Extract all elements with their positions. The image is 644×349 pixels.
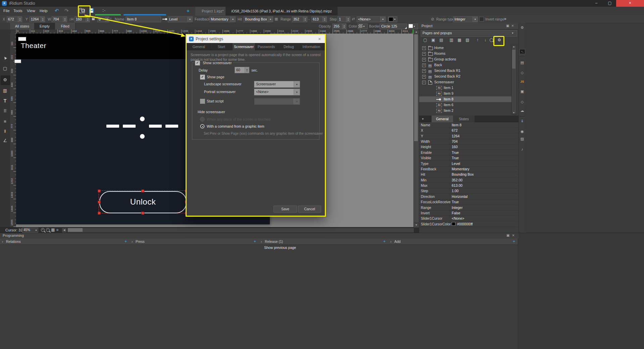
slider-combo[interactable]: <None>▼	[357, 16, 386, 22]
name-input[interactable]: Item 8	[126, 16, 161, 22]
property-row[interactable]: InvertFalse	[419, 210, 517, 216]
delay-input[interactable]: 60▲▼	[235, 67, 249, 73]
range-type-combo[interactable]: Integer▼	[453, 16, 478, 22]
property-row[interactable]: Slider1Cursor<None>	[419, 216, 517, 221]
dialog-close-icon[interactable]: ×	[318, 36, 321, 42]
chevron-right-icon[interactable]: ›	[2, 238, 3, 245]
store-icon[interactable]: ◇	[520, 100, 525, 104]
start-script-checkbox[interactable]	[200, 99, 205, 104]
add-popup-icon[interactable]: ▣	[430, 37, 436, 43]
tree-expander-icon[interactable]: +	[422, 63, 426, 67]
property-row[interactable]: X672	[419, 128, 517, 133]
menu-item-view[interactable]: View	[27, 9, 35, 13]
paste-icon[interactable]: ▦	[456, 37, 462, 43]
add-event-icon[interactable]: +	[254, 238, 256, 245]
dialog-tab-passwords[interactable]: Passwords	[255, 43, 278, 50]
opacity-input[interactable]: 255▲▼	[332, 24, 346, 29]
text-tool-icon[interactable]: T	[0, 98, 10, 103]
document-tab[interactable]: Project 1.irpz*	[195, 7, 230, 15]
feedback-combo[interactable]: Momentary▼	[209, 16, 236, 22]
screensaver-dash-item[interactable]	[123, 125, 136, 128]
grid-toggle-icon[interactable]: ▦	[51, 227, 55, 232]
state-tab-filled[interactable]: Filled	[55, 23, 76, 30]
tree-item-rooms[interactable]: +Rooms	[419, 51, 511, 56]
border-color-swatch[interactable]: ▼	[408, 24, 418, 29]
tree-scroll-down-icon[interactable]: ▼	[512, 112, 516, 114]
add-page-icon[interactable]: ▢	[422, 37, 428, 43]
zoom-level-combo[interactable]: 45%▼	[22, 228, 38, 233]
property-row[interactable]: Slider1CursorColor#000000ff	[419, 221, 517, 227]
show-screensaver-checkbox[interactable]: ✓	[195, 60, 200, 66]
maximize-button[interactable]: ▢	[603, 0, 616, 7]
menu-item-help[interactable]: Help	[40, 9, 48, 13]
move-down-icon[interactable]: ↓	[482, 37, 488, 43]
list-tool-icon[interactable]: ≡	[0, 119, 10, 124]
state-tab-empty[interactable]: Empty	[35, 23, 55, 30]
tree-item-back[interactable]: +▤Back	[419, 62, 511, 68]
tree-expander-icon[interactable]: +	[422, 52, 426, 56]
grid-tool-icon[interactable]: ⠿	[0, 108, 10, 114]
tree-expander-icon[interactable]: +	[422, 58, 426, 61]
add-event-icon[interactable]: +	[125, 238, 127, 245]
marquee-tool-icon[interactable]: ▢	[0, 66, 10, 71]
selection-handle[interactable]	[98, 212, 101, 215]
sound-icon[interactable]: ♪	[520, 147, 525, 151]
close-panel-icon[interactable]: ×	[512, 233, 514, 238]
screensaver-dash-item[interactable]	[165, 125, 178, 128]
tree-item-item-8[interactable]: Item 8	[419, 96, 511, 102]
menu-item-file[interactable]: File	[3, 9, 10, 13]
snap-toggle-icon[interactable]: ¤	[56, 228, 58, 232]
selection-handle[interactable]	[98, 189, 101, 192]
programming-command[interactable]: Show previous page	[264, 246, 296, 250]
invert-range-checkbox[interactable]	[479, 17, 484, 21]
new-tab-button[interactable]: +	[187, 8, 190, 13]
import-page-icon[interactable]: ▤	[438, 37, 444, 43]
menu-item-tools[interactable]: Tools	[13, 9, 22, 13]
close-panel-icon[interactable]: ×	[511, 24, 514, 28]
js-icon[interactable]: JS	[520, 80, 525, 83]
hide-command-radio[interactable]	[200, 124, 205, 129]
hit-combo[interactable]: Bounding Box▼	[244, 16, 273, 22]
tree-scroll-thumb[interactable]	[512, 50, 515, 69]
property-row[interactable]: Min352.00	[419, 177, 517, 183]
x-input[interactable]: 672▲▼	[7, 16, 22, 22]
state-tab-all-states[interactable]: All states	[10, 23, 35, 30]
hscroll-thumb[interactable]	[68, 228, 83, 232]
property-row[interactable]: FeedbackMomentary	[419, 166, 517, 172]
tree-expander-icon[interactable]: +	[422, 75, 426, 79]
tree-item-item-2[interactable]: AbItem 2	[419, 108, 511, 114]
width-input[interactable]: 704▲▼	[52, 16, 67, 22]
duplicate-icon[interactable]: ▧	[464, 37, 470, 43]
dialog-tab-start[interactable]: Start	[210, 43, 233, 50]
property-row[interactable]: VisibleTrue	[419, 155, 517, 161]
minimize-button[interactable]: –	[590, 0, 603, 7]
property-row[interactable]: NameItem 8	[419, 122, 517, 128]
property-row[interactable]: Y1264	[419, 133, 517, 139]
redo-icon[interactable]: ↷	[64, 8, 69, 14]
zoom-out-icon[interactable]: −	[46, 228, 50, 232]
properties-collapse-icon[interactable]: ▼	[422, 118, 424, 121]
tree-item-second-back-r1[interactable]: +▤Second Back R1	[419, 68, 511, 74]
unlock-slider-item[interactable]: Unlock	[99, 191, 187, 213]
add-event-icon[interactable]: +	[513, 238, 515, 245]
range-min-input[interactable]: 352▲▼	[292, 16, 307, 22]
screensaver-dash-item[interactable]	[106, 125, 119, 128]
y-input[interactable]: 1264▲▼	[30, 16, 45, 22]
dock-panel-icon[interactable]: ▣	[506, 233, 509, 237]
range-max-input[interactable]: 613▲▼	[311, 16, 327, 22]
border-combo[interactable]: Circle 125	[380, 24, 407, 29]
search-icon[interactable]	[490, 38, 493, 42]
hscroll-left-button[interactable]: ◀	[62, 228, 67, 233]
tree-item-item-1[interactable]: AbItem 1	[419, 85, 511, 91]
landscape-screensaver-combo[interactable]: Screensaver▼	[254, 81, 300, 88]
selection-handle[interactable]	[141, 212, 144, 215]
settings-tool-icon[interactable]: ⚙	[0, 77, 10, 82]
tree-expander-icon[interactable]: +	[422, 69, 426, 73]
chevron-right-icon[interactable]: ›	[390, 238, 392, 245]
type-combo[interactable]: Level▼	[168, 16, 193, 22]
tree-item-item-6[interactable]: AbItem 6	[419, 102, 511, 108]
property-row[interactable]: RangeInteger	[419, 205, 517, 211]
screensaver-dot-item[interactable]	[140, 134, 145, 139]
tree-scrollbar[interactable]: ▲▼	[511, 45, 517, 114]
more-button[interactable]: »	[504, 16, 506, 21]
